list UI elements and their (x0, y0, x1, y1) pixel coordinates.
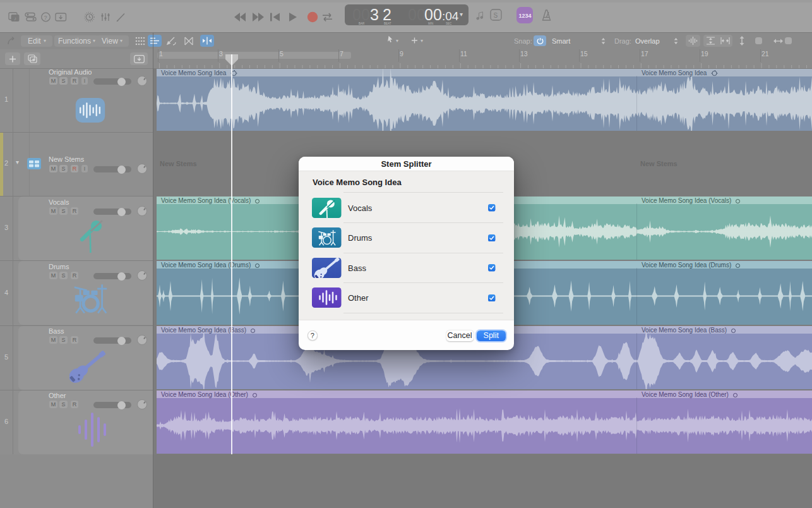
svg-text:▾: ▾ (421, 38, 423, 44)
svg-text:♪: ♪ (14, 16, 16, 21)
svg-text:1234: 1234 (519, 13, 532, 19)
svg-text:?: ? (44, 15, 47, 21)
svg-text:S: S (494, 12, 498, 19)
svg-text:▾: ▾ (396, 38, 398, 44)
